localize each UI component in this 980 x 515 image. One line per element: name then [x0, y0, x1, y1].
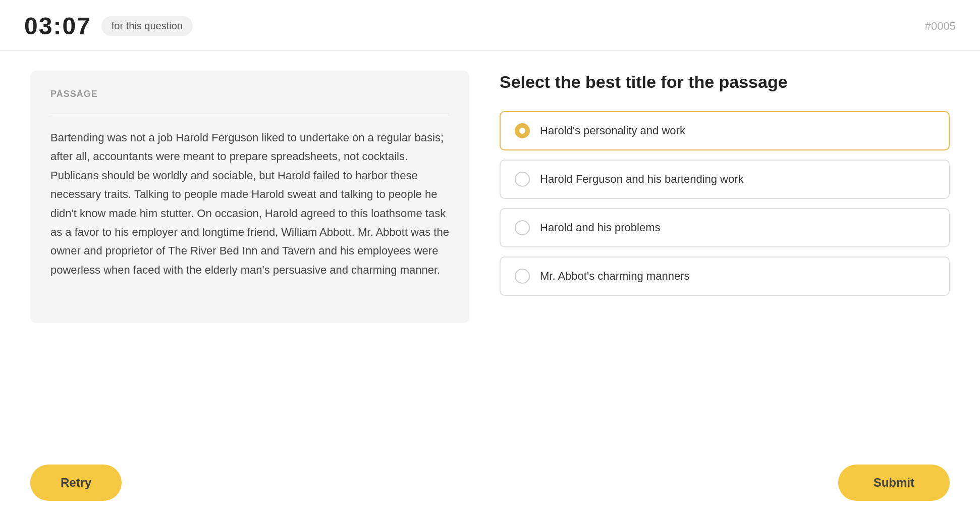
option-2[interactable]: Harold Ferguson and his bartending work	[500, 160, 950, 199]
question-container: Select the best title for the passage Ha…	[500, 71, 950, 296]
option-text-2: Harold Ferguson and his bartending work	[540, 173, 744, 186]
option-1[interactable]: Harold's personality and work	[500, 111, 950, 150]
option-4[interactable]: Mr. Abbot's charming manners	[500, 256, 950, 296]
header-left: 03:07 for this question	[24, 12, 193, 40]
timer: 03:07	[24, 12, 91, 40]
passage-label: PASSAGE	[50, 89, 449, 99]
passage-text: Bartending was not a job Harold Ferguson…	[50, 128, 449, 279]
radio-outer-1	[515, 123, 530, 138]
main-content: PASSAGE Bartending was not a job Harold …	[0, 50, 980, 343]
radio-inner-1	[519, 128, 525, 134]
header: 03:07 for this question #0005	[0, 0, 980, 50]
radio-outer-2	[515, 172, 530, 187]
timer-label: for this question	[101, 16, 193, 36]
option-text-4: Mr. Abbot's charming manners	[540, 270, 689, 283]
passage-divider	[50, 114, 449, 114]
option-3[interactable]: Harold and his problems	[500, 208, 950, 247]
passage-container: PASSAGE Bartending was not a job Harold …	[30, 71, 469, 323]
footer: Retry Submit	[0, 450, 980, 515]
question-id: #0005	[925, 20, 956, 33]
radio-outer-4	[515, 269, 530, 284]
option-text-3: Harold and his problems	[540, 221, 660, 234]
submit-button[interactable]: Submit	[838, 465, 950, 501]
option-text-1: Harold's personality and work	[540, 124, 685, 137]
options-list: Harold's personality and workHarold Ferg…	[500, 111, 950, 296]
retry-button[interactable]: Retry	[30, 465, 122, 501]
radio-outer-3	[515, 220, 530, 235]
question-title: Select the best title for the passage	[500, 71, 950, 93]
